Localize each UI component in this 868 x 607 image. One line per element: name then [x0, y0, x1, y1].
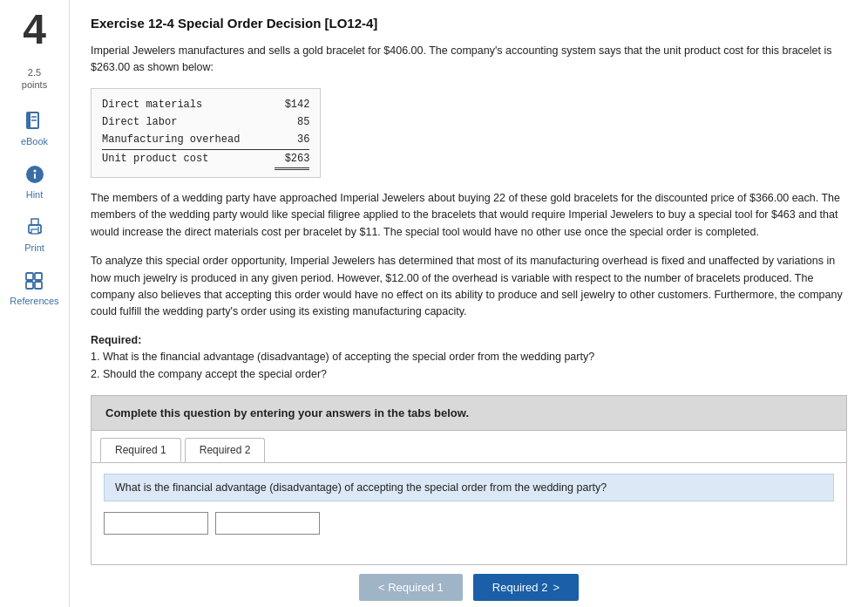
nav-buttons: < Required 1 Required 2 >	[91, 565, 847, 604]
svg-rect-1	[27, 113, 31, 128]
complete-box-text: Complete this question by entering your …	[105, 406, 469, 419]
next-arrow-icon: >	[553, 581, 559, 594]
answer-input-2[interactable]	[215, 512, 320, 535]
next-button[interactable]: Required 2 >	[473, 574, 579, 601]
cost-row-total: Unit product cost $263	[102, 149, 309, 170]
references-label: References	[10, 296, 58, 306]
svg-rect-13	[26, 282, 33, 289]
cost-value-labor: 85	[275, 113, 309, 131]
cost-value-materials: $142	[275, 96, 309, 113]
prev-button[interactable]: < Required 1	[359, 574, 463, 601]
sidebar-item-references[interactable]: References	[10, 269, 58, 306]
question-number: 4	[23, 9, 46, 51]
svg-rect-14	[35, 282, 42, 289]
intro-text: Imperial Jewelers manufactures and sells…	[91, 43, 847, 76]
required-item-2: 2. Should the company accept the special…	[91, 365, 847, 383]
references-icon	[21, 269, 47, 293]
tab-required-2[interactable]: Required 2	[185, 438, 266, 462]
cost-row-labor: Direct labor 85	[102, 113, 309, 131]
cost-row-overhead: Manufacturing overhead 36	[102, 131, 309, 148]
sidebar-item-hint[interactable]: Hint	[22, 162, 48, 200]
cost-value-overhead: 36	[275, 131, 309, 148]
points-display: 2.5 points	[22, 66, 47, 92]
sidebar-item-print[interactable]: Print	[22, 215, 48, 253]
answer-input-1[interactable]	[104, 512, 208, 535]
cost-label-total: Unit product cost	[102, 150, 243, 170]
exercise-title: Exercise 12-4 Special Order Decision [LO…	[91, 16, 847, 31]
answer-inputs	[104, 512, 834, 535]
cost-row-materials: Direct materials $142	[102, 96, 309, 113]
cost-label-labor: Direct labor	[102, 113, 212, 131]
cost-label-materials: Direct materials	[102, 96, 237, 113]
svg-rect-9	[31, 229, 38, 234]
ebook-label: eBook	[21, 136, 48, 147]
cost-value-total: $263	[275, 150, 309, 170]
hint-label: Hint	[26, 189, 44, 200]
sidebar: 4 2.5 points eBook	[0, 0, 70, 607]
cost-label-overhead: Manufacturing overhead	[102, 131, 275, 148]
svg-rect-8	[31, 219, 38, 225]
tabs-container: Required 1 Required 2 What is the financ…	[91, 431, 847, 565]
cost-table: Direct materials $142 Direct labor 85 Ma…	[91, 88, 321, 179]
tab-content: What is the financial advantage (disadva…	[92, 463, 846, 564]
sidebar-item-ebook[interactable]: eBook	[21, 109, 48, 147]
paragraph2: To analyze this special order opportunit…	[91, 253, 847, 321]
svg-rect-12	[35, 273, 42, 280]
tab-required-1[interactable]: Required 1	[100, 438, 181, 462]
svg-rect-11	[26, 273, 33, 280]
svg-rect-6	[34, 174, 36, 179]
hint-icon	[22, 162, 48, 187]
tab-question: What is the financial advantage (disadva…	[104, 474, 834, 501]
paragraph1: The members of a wedding party have appr…	[91, 190, 847, 241]
svg-point-5	[33, 169, 36, 172]
tabs-header: Required 1 Required 2	[92, 431, 846, 463]
print-icon	[22, 215, 48, 240]
main-content: Exercise 12-4 Special Order Decision [LO…	[70, 0, 868, 607]
complete-question-box: Complete this question by entering your …	[91, 395, 847, 431]
required-item-1: 1. What is the financial advantage (disa…	[91, 348, 847, 365]
required-section: Required: 1. What is the financial advan…	[91, 333, 847, 383]
next-button-label: Required 2	[492, 581, 548, 594]
required-list: 1. What is the financial advantage (disa…	[91, 348, 847, 383]
required-label: Required:	[91, 334, 141, 346]
book-icon	[21, 109, 47, 133]
print-label: Print	[24, 242, 44, 253]
svg-point-10	[37, 227, 39, 228]
